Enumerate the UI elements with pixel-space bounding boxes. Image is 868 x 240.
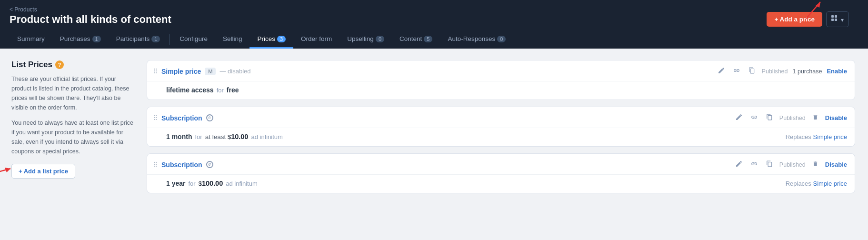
price-card-sub2-body: 1 year for $100.00 ad infinitum Replaces…	[147, 175, 855, 193]
edit-icon-sub1[interactable]	[734, 113, 744, 123]
clock-icon-sub2: ⏱	[206, 161, 213, 168]
price-card-sub1-right: Published Disable	[734, 113, 847, 123]
sub2-infinitum: ad infinitum	[226, 180, 257, 187]
clock-icon-sub1: ⏱	[206, 114, 213, 121]
sub1-duration: 1 month	[166, 133, 192, 140]
link-icon-sub2[interactable]	[749, 160, 759, 170]
tab-prices[interactable]: Prices3	[249, 30, 293, 49]
tab-upselling[interactable]: Upselling0	[339, 30, 392, 49]
svg-rect-5	[835, 19, 837, 21]
help-icon[interactable]: ?	[55, 60, 64, 69]
disable-button-sub2[interactable]: Disable	[825, 161, 847, 168]
add-list-price-container: + Add a list price	[11, 162, 75, 179]
drag-handle-simple[interactable]: ⠿	[153, 68, 158, 75]
header-actions: + Add a price ▾	[767, 11, 849, 27]
sub2-replaces: Replaces Simple price	[786, 180, 847, 187]
price-card-sub2-header: ⠿ Subscription ⏱ Pu	[147, 154, 855, 175]
sub1-for-label: for	[195, 133, 202, 140]
copy-icon-simple[interactable]	[747, 66, 757, 76]
sub1-price-name[interactable]: Subscription	[161, 114, 202, 122]
price-card-sub2-left: ⠿ Subscription ⏱	[153, 161, 213, 169]
price-card-sub1-body: 1 month for at least $10.00 ad infinitum…	[147, 128, 855, 146]
red-arrow-top	[801, 0, 825, 21]
sub2-for-label: for	[188, 180, 195, 187]
sub1-amount: at least $10.00	[205, 133, 249, 140]
link-icon-sub1[interactable]	[749, 113, 759, 123]
price-card-simple-right: Published 1 purchase Enable	[716, 66, 847, 76]
svg-rect-4	[835, 15, 837, 18]
simple-status: Published	[762, 68, 788, 75]
price-card-sub2: ⠿ Subscription ⏱ Pu	[147, 153, 855, 193]
link-icon-simple[interactable]	[731, 66, 742, 76]
sub2-duration: 1 year	[166, 180, 185, 187]
red-arrow-left	[0, 162, 16, 181]
trash-icon-sub1[interactable]	[810, 113, 820, 123]
page-title: Product with all kinds of content	[10, 13, 858, 26]
price-card-simple-left: ⠿ Simple price M — disabled	[153, 68, 250, 75]
nav-divider	[170, 34, 170, 45]
add-list-price-button[interactable]: + Add a list price	[11, 164, 75, 179]
sub1-replaces-link[interactable]: Simple price	[813, 133, 847, 140]
simple-access: lifetime access	[166, 86, 214, 94]
tab-participants[interactable]: Participants1	[109, 30, 168, 49]
svg-rect-2	[831, 15, 834, 18]
price-card-simple-header: ⠿ Simple price M — disabled	[147, 60, 855, 81]
svg-rect-3	[831, 19, 834, 21]
drag-handle-sub2[interactable]: ⠿	[153, 161, 158, 169]
left-panel: List Prices ? These are your official li…	[11, 60, 135, 193]
tab-order-form[interactable]: Order form	[293, 30, 339, 49]
tab-purchases[interactable]: Purchases1	[52, 30, 109, 49]
simple-amount: free	[227, 86, 239, 94]
sub1-status: Published	[779, 115, 806, 121]
price-card-sub2-right: Published Disable	[734, 160, 847, 170]
enable-button-simple[interactable]: Enable	[827, 68, 847, 75]
copy-icon-sub1[interactable]	[764, 113, 775, 123]
list-prices-heading: List Prices ?	[11, 60, 135, 70]
price-card-sub1-header: ⠿ Subscription ⏱ Pu	[147, 107, 855, 128]
sub2-price-name[interactable]: Subscription	[161, 161, 202, 169]
simple-purchases: 1 purchase	[793, 68, 822, 75]
list-prices-desc1: These are your official list prices. If …	[11, 74, 135, 112]
right-panel: ⠿ Simple price M — disabled	[147, 60, 855, 193]
price-card-sub1-left: ⠿ Subscription ⏱	[153, 114, 213, 122]
edit-icon-simple[interactable]	[716, 66, 727, 76]
sub1-infinitum: ad infinitum	[251, 133, 282, 140]
price-card-simple: ⠿ Simple price M — disabled	[147, 60, 855, 100]
page-header: Products Product with all kinds of conte…	[0, 0, 868, 49]
sub1-replaces: Replaces Simple price	[786, 133, 847, 140]
edit-icon-sub2[interactable]	[734, 160, 744, 170]
drag-handle-sub1[interactable]: ⠿	[153, 114, 158, 122]
trash-icon-sub2[interactable]	[810, 160, 820, 170]
list-prices-desc2: You need to always have at least one lis…	[11, 118, 135, 156]
view-toggle-button[interactable]: ▾	[826, 11, 849, 27]
price-card-sub1: ⠿ Subscription ⏱ Pu	[147, 107, 855, 147]
view-icon	[831, 15, 839, 22]
tab-auto-responses[interactable]: Auto-Responses0	[440, 30, 513, 49]
disable-button-sub1[interactable]: Disable	[825, 114, 847, 121]
simple-price-disabled: — disabled	[219, 68, 250, 75]
sub2-replaces-link[interactable]: Simple price	[813, 180, 847, 187]
copy-icon-sub2[interactable]	[764, 160, 775, 170]
sub2-status: Published	[779, 161, 806, 168]
main-content: List Prices ? These are your official li…	[0, 49, 867, 205]
tab-content[interactable]: Content5	[392, 30, 440, 49]
tab-configure[interactable]: Configure	[172, 30, 215, 49]
price-card-simple-body: lifetime access for free	[147, 81, 855, 100]
breadcrumb[interactable]: Products	[10, 6, 37, 13]
sub2-amount: $100.00	[199, 180, 223, 187]
simple-price-name[interactable]: Simple price	[161, 68, 201, 75]
simple-price-tag: M	[205, 68, 216, 75]
simple-for-label: for	[217, 87, 224, 94]
nav-tabs: Summary Purchases1 Participants1 Configu…	[10, 30, 858, 49]
tab-selling[interactable]: Selling	[215, 30, 250, 49]
tab-summary[interactable]: Summary	[10, 30, 52, 49]
